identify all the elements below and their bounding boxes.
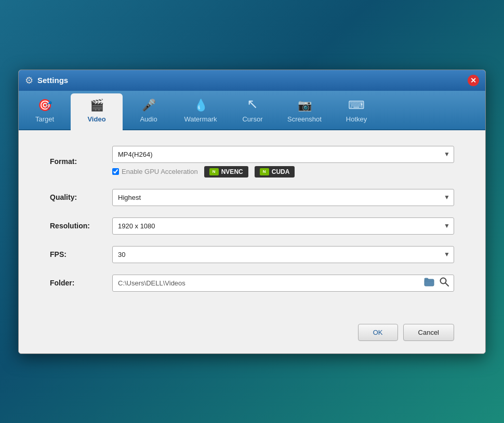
format-row: Format: MP4(H264) MP4(H265) AVI MOV WMV …: [50, 146, 454, 178]
quality-label: Quality:: [50, 193, 112, 201]
tabs-bar: 🎯 Target 🎬 Video 🎤 Audio 💧 Watermark ↖ C…: [19, 91, 485, 130]
format-dropdown-wrapper: MP4(H264) MP4(H265) AVI MOV WMV GIF ▼: [112, 146, 454, 163]
gpu-row: Enable GPU Acceleration N NVENC N CUDA: [112, 166, 454, 178]
fps-control: 60 30 25 20 15 10 ▼: [112, 246, 454, 263]
svg-rect-0: [425, 279, 434, 286]
tab-target[interactable]: 🎯 Target: [19, 93, 71, 129]
folder-control: [112, 275, 454, 292]
tab-watermark-label: Watermark: [184, 115, 217, 123]
folder-icons: [419, 276, 454, 290]
format-label: Format:: [50, 157, 112, 166]
gpu-checkbox[interactable]: [112, 168, 119, 175]
nvidia-nvenc-icon: N: [209, 168, 219, 175]
svg-rect-1: [425, 278, 428, 280]
cuda-button[interactable]: N CUDA: [255, 166, 295, 178]
fps-row: FPS: 60 30 25 20 15 10 ▼: [50, 246, 454, 263]
nvenc-label: NVENC: [221, 168, 243, 175]
ok-button[interactable]: OK: [358, 324, 398, 341]
cuda-label: CUDA: [272, 168, 290, 175]
resolution-select[interactable]: 1920 x 1080 1280 x 720 1024 x 768 800 x …: [112, 217, 454, 235]
tab-audio[interactable]: 🎤 Audio: [123, 93, 175, 129]
fps-select[interactable]: 60 30 25 20 15 10: [112, 246, 454, 263]
folder-open-icon: [424, 277, 434, 286]
tab-cursor[interactable]: ↖ Cursor: [227, 91, 278, 129]
title-bar: ⚙ Settings ✕: [19, 70, 485, 91]
tab-cursor-label: Cursor: [242, 115, 262, 123]
cancel-button[interactable]: Cancel: [403, 324, 454, 341]
format-control: MP4(H264) MP4(H265) AVI MOV WMV GIF ▼ En…: [112, 146, 454, 178]
tab-video[interactable]: 🎬 Video: [71, 93, 123, 130]
tab-audio-label: Audio: [140, 115, 157, 123]
tab-hotkey-label: Hotkey: [346, 115, 367, 123]
folder-wrap: [112, 275, 454, 292]
dialog-footer: OK Cancel: [19, 319, 485, 353]
close-button[interactable]: ✕: [468, 75, 479, 86]
browse-button[interactable]: [438, 276, 450, 290]
resolution-control: 1920 x 1080 1280 x 720 1024 x 768 800 x …: [112, 217, 454, 235]
folder-open-button[interactable]: [422, 276, 436, 290]
format-select[interactable]: MP4(H264) MP4(H265) AVI MOV WMV GIF: [112, 146, 454, 163]
nvidia-cuda-icon: N: [260, 168, 269, 175]
resolution-dropdown-wrapper: 1920 x 1080 1280 x 720 1024 x 768 800 x …: [112, 217, 454, 235]
settings-icon: ⚙: [25, 75, 33, 86]
video-icon: 🎬: [90, 99, 104, 112]
search-icon: [440, 277, 449, 286]
audio-icon: 🎤: [142, 99, 156, 112]
nvenc-button[interactable]: N NVENC: [204, 166, 248, 178]
quality-control: Highest High Medium Low ▼: [112, 189, 454, 206]
settings-dialog: ⚙ Settings ✕ 🎯 Target 🎬 Video 🎤 Audio 💧 …: [18, 70, 486, 354]
folder-label: Folder:: [50, 279, 112, 287]
gpu-label-text: Enable GPU Acceleration: [122, 168, 198, 175]
quality-dropdown-wrapper: Highest High Medium Low ▼: [112, 189, 454, 206]
fps-label: FPS:: [50, 250, 112, 258]
cursor-icon: ↖: [247, 96, 258, 112]
tab-screenshot[interactable]: 📷 Screenshot: [278, 93, 330, 129]
tab-target-label: Target: [35, 115, 54, 123]
quality-select[interactable]: Highest High Medium Low: [112, 189, 454, 206]
watermark-icon: 💧: [194, 99, 208, 112]
resolution-label: Resolution:: [50, 222, 112, 230]
hotkey-icon: ⌨: [348, 99, 365, 112]
tab-screenshot-label: Screenshot: [287, 115, 322, 123]
folder-row: Folder:: [50, 275, 454, 292]
quality-row: Quality: Highest High Medium Low ▼: [50, 189, 454, 206]
gpu-checkbox-label[interactable]: Enable GPU Acceleration: [112, 168, 198, 175]
folder-input[interactable]: [113, 275, 419, 291]
tab-watermark[interactable]: 💧 Watermark: [175, 93, 227, 129]
title-bar-left: ⚙ Settings: [25, 75, 68, 86]
svg-line-3: [445, 283, 448, 286]
tab-hotkey[interactable]: ⌨ Hotkey: [330, 93, 382, 129]
resolution-row: Resolution: 1920 x 1080 1280 x 720 1024 …: [50, 217, 454, 235]
tab-video-label: Video: [87, 115, 105, 123]
screenshot-icon: 📷: [298, 99, 312, 112]
fps-dropdown-wrapper: 60 30 25 20 15 10 ▼: [112, 246, 454, 263]
target-icon: 🎯: [38, 99, 52, 112]
tab-content: Format: MP4(H264) MP4(H265) AVI MOV WMV …: [19, 130, 485, 319]
dialog-title: Settings: [37, 76, 68, 85]
